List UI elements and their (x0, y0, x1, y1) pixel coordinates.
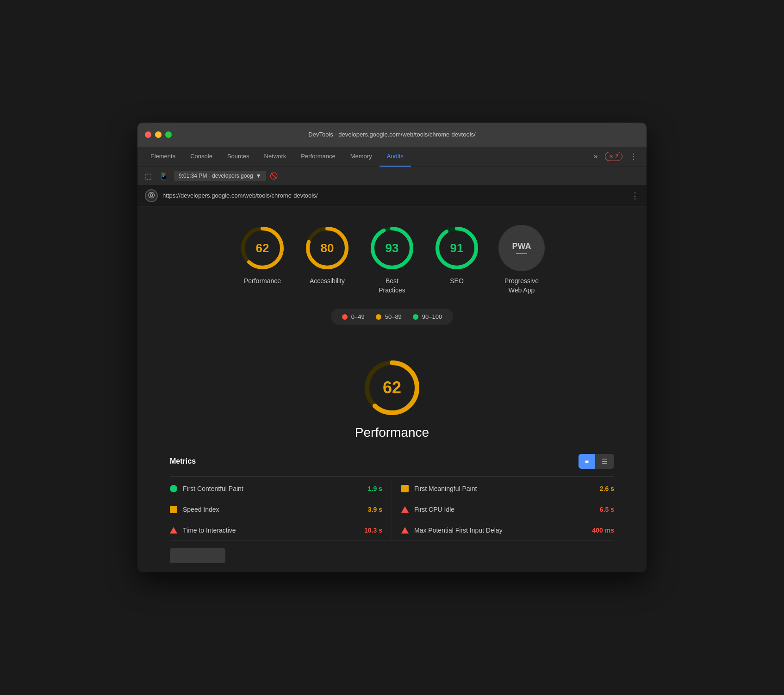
score-label-accessibility: Accessibility (310, 277, 345, 286)
scores-section: 62 Performance 80 Accessibility (137, 206, 647, 339)
metrics-toggle: ≡ ☰ (579, 454, 614, 469)
scores-row: 62 Performance 80 Accessibility (239, 225, 545, 295)
tab-memory[interactable]: Memory (343, 146, 380, 167)
metric-first-meaningful-paint: First Meaningful Paint 2.6 s (392, 478, 614, 499)
tab-sources[interactable]: Sources (220, 146, 257, 167)
minimize-button[interactable] (155, 131, 162, 138)
pwa-circle: PWA (498, 225, 545, 271)
score-label-performance: Performance (244, 277, 281, 286)
score-label-best-practices: BestPractices (379, 277, 405, 295)
legend-green: 90–100 (413, 313, 442, 320)
metric-name-fmp: First Meaningful Paint (414, 485, 594, 492)
metric-speed-index: Speed Index 3.9 s (170, 499, 392, 520)
metric-value-mpfid: 400 ms (592, 527, 614, 534)
toggle-list-button[interactable]: ☰ (595, 454, 614, 469)
devtools-content: 62 Performance 80 Accessibility (137, 206, 647, 572)
score-seo[interactable]: 91 SEO (434, 225, 480, 286)
tab-performance[interactable]: Performance (293, 146, 342, 167)
metrics-title: Metrics (170, 457, 196, 465)
score-circle-best-practices: 93 (369, 225, 415, 271)
metrics-left-column: First Contentful Paint 1.9 s Speed Index… (170, 478, 392, 541)
error-badge[interactable]: 2 (605, 152, 622, 161)
legend-dot-orange (376, 314, 381, 320)
score-best-practices[interactable]: 93 BestPractices (369, 225, 415, 295)
score-accessibility[interactable]: 80 Accessibility (304, 225, 350, 286)
metrics-header: Metrics ≡ ☰ (170, 454, 614, 469)
dt-logo: ⓪ (145, 189, 158, 202)
metric-name-fci: First CPU Idle (414, 506, 594, 513)
legend-orange: 50–89 (376, 313, 402, 320)
score-circle-performance: 62 (239, 225, 286, 271)
tab-address-title: 9:01:34 PM - developers.goog (179, 173, 253, 179)
legend-label-red: 0–49 (351, 313, 365, 320)
metrics-grid: First Contentful Paint 1.9 s Speed Index… (170, 478, 614, 541)
score-value-best-practices: 93 (386, 241, 399, 255)
metric-value-fmp: 2.6 s (600, 485, 614, 492)
legend-label-orange: 50–89 (385, 313, 402, 320)
metric-value-si: 3.9 s (368, 506, 382, 513)
tab-audits[interactable]: Audits (380, 146, 411, 167)
score-circle-seo: 91 (434, 225, 480, 271)
metric-value-fcp: 1.9 s (368, 485, 382, 492)
devtools-url-bar: ⓪ https://developers.google.com/web/tool… (137, 186, 647, 206)
window-title: DevTools - developers.google.com/web/too… (308, 131, 475, 138)
stop-icon[interactable]: 🚫 (270, 172, 278, 180)
metric-name-tti: Time to Interactive (183, 527, 359, 534)
perf-title: Performance (355, 425, 429, 440)
metrics-right-column: First Meaningful Paint 2.6 s First CPU I… (392, 478, 614, 541)
metric-value-fci: 6.5 s (600, 506, 614, 513)
pwa-label: PWA (512, 242, 531, 251)
bottom-buttons-area (170, 548, 614, 563)
score-label-pwa: ProgressiveWeb App (504, 277, 539, 295)
metrics-divider (170, 476, 614, 477)
tabs-right: » 2 ⋮ (590, 150, 641, 163)
metrics-section: Metrics ≡ ☰ First Contentful Paint 1.9 s (170, 454, 614, 563)
tab-network[interactable]: Network (257, 146, 294, 167)
devtools-menu-button[interactable]: ⋮ (626, 150, 641, 163)
legend-label-green: 90–100 (422, 313, 442, 320)
perf-score-number: 62 (383, 378, 401, 397)
metric-icon-fci (401, 506, 409, 513)
metric-first-contentful-paint: First Contentful Paint 1.9 s (170, 478, 392, 499)
score-value-performance: 62 (256, 241, 269, 255)
devtools-url-more[interactable]: ⋮ (631, 191, 639, 201)
score-circle-accessibility: 80 (304, 225, 350, 271)
inspect-button[interactable]: ⬚ (143, 170, 154, 182)
metric-first-cpu-idle: First CPU Idle 6.5 s (392, 499, 614, 520)
score-pwa[interactable]: PWA ProgressiveWeb App (498, 225, 545, 295)
metric-icon-fcp (170, 485, 177, 492)
score-legend: 0–49 50–89 90–100 (331, 309, 453, 325)
tab-elements[interactable]: Elements (143, 146, 183, 167)
device-toolbar-button[interactable]: 📱 (157, 170, 170, 182)
traffic-lights (145, 131, 172, 138)
perf-score-large: 62 (362, 358, 422, 418)
metric-icon-tti (170, 527, 177, 534)
address-tab[interactable]: 9:01:34 PM - developers.goog ▼ (174, 171, 266, 181)
legend-dot-green (413, 314, 418, 320)
metric-icon-mpfid (401, 527, 409, 534)
address-bar-area: ⬚ 📱 9:01:34 PM - developers.goog ▼ 🚫 (137, 167, 647, 186)
score-value-seo: 91 (450, 241, 464, 255)
toggle-expanded-button[interactable]: ≡ (579, 454, 595, 469)
metric-name-si: Speed Index (183, 506, 362, 513)
tab-dropdown-arrow[interactable]: ▼ (256, 173, 261, 179)
close-button[interactable] (145, 131, 151, 138)
browser-window: DevTools - developers.google.com/web/too… (137, 123, 647, 572)
more-tabs-button[interactable]: » (590, 150, 601, 162)
performance-detail-section: 62 Performance Metrics ≡ ☰ (137, 339, 647, 572)
legend-dot-red (342, 314, 348, 320)
metric-name-mpfid: Max Potential First Input Delay (414, 527, 587, 534)
legend-red: 0–49 (342, 313, 365, 320)
devtools-url: https://developers.google.com/web/tools/… (162, 192, 626, 199)
metric-max-potential-fid: Max Potential First Input Delay 400 ms (392, 520, 614, 541)
title-bar: DevTools - developers.google.com/web/too… (137, 123, 647, 147)
metric-value-tti: 10.3 s (364, 527, 382, 534)
maximize-button[interactable] (165, 131, 172, 138)
tab-console[interactable]: Console (183, 146, 220, 167)
score-performance[interactable]: 62 Performance (239, 225, 286, 286)
metric-icon-fmp (401, 485, 409, 492)
devtools-tabs-bar: Elements Console Sources Network Perform… (137, 147, 647, 167)
view-trace-button[interactable] (170, 548, 225, 563)
metric-name-fcp: First Contentful Paint (183, 485, 362, 492)
metric-icon-si (170, 506, 177, 513)
